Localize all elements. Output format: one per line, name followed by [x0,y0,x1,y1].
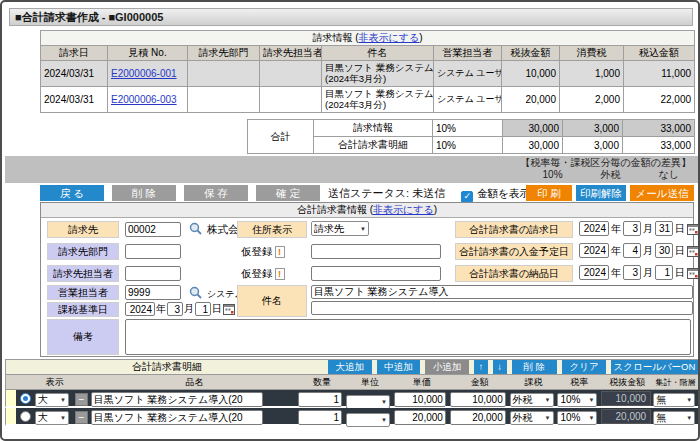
scrollbar-toggle-button[interactable]: スクロールバーON [611,360,698,374]
tax-type-select[interactable]: 外税▼ [510,411,554,425]
qty-input[interactable] [298,392,342,407]
aggregate-select[interactable]: 無▼ [653,393,695,407]
item-name-cell [91,407,298,426]
col-ex-tax: 税抜金額 [601,376,653,389]
unit-year: 年 [611,222,621,236]
subject-line2: (2024年3月分) [325,100,430,111]
send-status: 送信ステータス: 未送信 [328,185,445,202]
clear-button[interactable]: クリア [562,360,606,374]
calendar-icon[interactable] [687,267,699,279]
contact-label: 請求先担当者 [47,265,119,282]
invoice-date-month[interactable] [623,221,641,236]
qty-input[interactable] [298,410,342,425]
payment-date-month[interactable] [623,243,641,258]
delete-button[interactable]: 削 除 [112,185,176,201]
aggregate-value: 無 [656,411,666,425]
display-value: 大 [38,411,48,425]
billing-to-code-input[interactable] [125,222,181,237]
unit-price-input[interactable] [394,410,446,425]
delivery-date-year[interactable] [579,265,609,280]
row-select-radio[interactable] [20,393,31,404]
collapse-button[interactable]: − [75,393,88,406]
col-ex-tax: 税抜金額 [502,46,560,61]
amount-input[interactable] [450,410,506,425]
temp-reg2-input[interactable] [311,266,441,281]
warning-icon[interactable]: ! [275,246,285,258]
amount-input[interactable] [450,392,506,407]
invoice-date-day[interactable] [655,221,673,236]
unprint-button[interactable]: 印刷解除 [576,185,626,201]
invoice-date-year[interactable] [579,221,609,236]
payment-date-year[interactable] [579,243,609,258]
move-up-button[interactable]: ↑ [474,360,488,374]
row-grip[interactable] [6,390,16,406]
chevron-down-icon: ▼ [381,399,387,405]
tax-base-day[interactable] [195,302,211,316]
detail-delete-button[interactable]: 削 除 [512,360,558,374]
search-icon[interactable] [189,286,202,299]
unit-price-input[interactable] [394,392,446,407]
warning-icon[interactable]: ! [275,268,285,280]
aggregate-value: 無 [656,393,666,407]
tax-base-year[interactable] [125,302,155,316]
add-medium-button[interactable]: 中追加 [377,360,421,374]
delivery-date-day[interactable] [655,265,673,280]
delivery-date-label: 合計請求書の納品日 [455,265,573,282]
row-select-cell [16,389,35,407]
totals-tax: 3,000 [563,120,623,137]
print-button[interactable]: 印 刷 [526,185,572,201]
confirm-button[interactable]: 確 定 [256,185,320,201]
addr-display-select[interactable]: 請求先▼ [311,221,369,236]
display-select[interactable]: 大▼ [35,393,69,407]
subject-input-1[interactable] [311,285,693,299]
item-name-input[interactable] [91,392,263,407]
mail-send-button[interactable]: メール送信 [630,185,694,201]
subject-input-2[interactable] [311,301,693,315]
chevron-down-icon: ▼ [545,415,551,421]
tax-diff-type: 外税 [601,169,621,181]
tax-type-select[interactable]: 外税▼ [510,393,554,407]
row-select-radio[interactable] [20,411,31,422]
quote-no-link[interactable]: E2000006-001 [111,68,177,79]
collapse-button[interactable]: − [75,411,88,424]
move-down-button[interactable]: ↓ [493,360,507,374]
ex-tax-cell: 10,000 [601,391,653,406]
calendar-icon[interactable] [223,303,235,315]
sales-rep-code-input[interactable] [125,285,181,300]
calendar-icon[interactable] [687,245,699,257]
quote-no-link[interactable]: E2000006-003 [111,94,177,105]
row-grip[interactable] [6,408,16,424]
contact-input[interactable] [125,266,181,281]
calendar-icon[interactable] [687,223,699,235]
chevron-down-icon: ▼ [381,417,387,423]
unit-select[interactable]: ▼ [346,413,390,427]
item-name-input[interactable] [91,410,263,425]
unit-month: 月 [643,244,653,258]
temp-reg1-input[interactable] [311,244,441,259]
show-amount-label: 金額を表示 [477,187,530,201]
payment-date-day[interactable] [655,243,673,258]
show-amount-checkbox[interactable] [461,191,473,203]
tax-rate-select[interactable]: 10%▼ [557,393,597,407]
unit-day: 日 [675,266,685,280]
aggregate-select[interactable]: 無▼ [653,411,695,425]
window-title: ■合計請求書作成 - ■GI000005 [9,8,693,26]
tax-rate-cell: 10%▼ [557,407,601,425]
tax-base-month[interactable] [167,302,183,316]
search-icon[interactable] [189,222,202,235]
save-button[interactable]: 保 存 [184,185,248,201]
paren: ) [419,32,422,43]
invoice-form-hide-link[interactable]: 非表示にする [373,204,434,215]
sales-rep-label: 営業担当者 [47,285,119,300]
cell-ex-tax: 10,000 [502,61,560,87]
dept-input[interactable] [125,244,181,259]
delivery-date-month[interactable] [623,265,641,280]
add-large-button[interactable]: 大追加 [328,360,372,374]
tax-rate-select[interactable]: 10%▼ [557,411,597,425]
unit-year: 年 [611,244,621,258]
display-select[interactable]: 大▼ [35,411,69,425]
back-button[interactable]: 戻 る [40,185,104,201]
billing-info-hide-link[interactable]: 非表示にする [359,32,420,43]
add-small-button[interactable]: 小追加 [425,360,469,374]
remarks-textarea[interactable] [125,319,691,355]
